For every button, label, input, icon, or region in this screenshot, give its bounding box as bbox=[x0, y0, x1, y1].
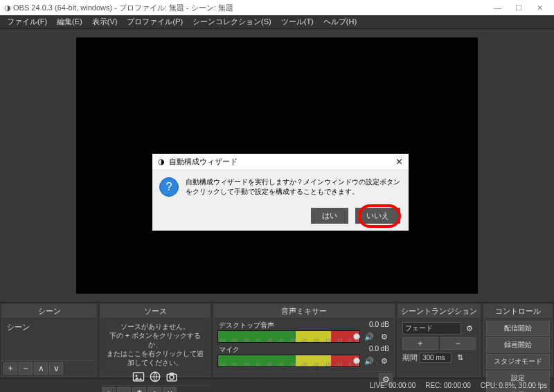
studio-mode-button[interactable]: スタジオモード bbox=[486, 354, 550, 369]
scenes-header: シーン bbox=[2, 305, 96, 319]
source-down-button[interactable]: ∨ bbox=[163, 387, 177, 392]
close-button[interactable]: ✕ bbox=[529, 3, 550, 12]
start-streaming-button[interactable]: 配信開始 bbox=[486, 321, 550, 336]
svg-point-4 bbox=[170, 375, 174, 380]
audio-mixer-panel: 音声ミキサー デスクトップ音声 0.0 dB -60-55-50-45-40-3… bbox=[213, 304, 395, 377]
speaker-icon[interactable]: 🔊 bbox=[363, 357, 375, 366]
dialog-yes-button[interactable]: はい bbox=[311, 208, 348, 224]
sources-hint-icons bbox=[102, 371, 208, 383]
menu-view[interactable]: 表示(V) bbox=[88, 15, 122, 28]
mixer-track-level: 0.0 dB bbox=[369, 321, 389, 330]
add-scene-button[interactable]: + bbox=[3, 362, 17, 375]
sources-header: ソース bbox=[100, 305, 210, 319]
menu-tools[interactable]: ツール(T) bbox=[277, 15, 318, 28]
transitions-panel: シーントランジション フェード ⚙ + − 期間 ⇅ bbox=[397, 304, 481, 377]
question-icon: ? bbox=[159, 177, 179, 197]
dialog-no-button[interactable]: いいえ bbox=[355, 208, 400, 224]
menu-file[interactable]: ファイル(F) bbox=[3, 15, 51, 28]
scene-item[interactable]: シーン bbox=[4, 321, 94, 334]
mixer-header: 音声ミキサー bbox=[214, 305, 394, 319]
duration-input[interactable] bbox=[420, 353, 452, 363]
menu-profile[interactable]: プロファイル(P) bbox=[123, 15, 187, 28]
window-titlebar: ◑ OBS 24.0.3 (64-bit, windows) - プロファイル:… bbox=[0, 0, 554, 15]
scene-up-button[interactable]: ∧ bbox=[34, 362, 48, 375]
dialog-close-button[interactable]: ✕ bbox=[395, 157, 403, 167]
menu-help[interactable]: ヘルプ(H) bbox=[319, 15, 361, 28]
start-recording-button[interactable]: 録画開始 bbox=[486, 337, 550, 353]
duration-label: 期間 bbox=[402, 353, 418, 363]
status-cpu: CPU: 0.8%, 30.00 fps bbox=[481, 382, 547, 389]
svg-point-1 bbox=[136, 375, 138, 377]
transition-settings-icon[interactable]: ⚙ bbox=[463, 324, 476, 333]
controls-panel: コントロール 配信開始 録画開始 スタジオモード 設定 終了 bbox=[483, 304, 553, 377]
camera-icon bbox=[166, 371, 178, 383]
dialog-app-icon: ◑ bbox=[158, 157, 165, 166]
remove-transition-button[interactable]: − bbox=[440, 337, 476, 350]
menu-edit[interactable]: 編集(E) bbox=[53, 15, 87, 28]
remove-scene-button[interactable]: − bbox=[19, 362, 33, 375]
status-live: LIVE: 00:00:00 bbox=[370, 382, 416, 389]
scene-down-button[interactable]: ∨ bbox=[49, 362, 63, 375]
status-rec: REC: 00:00:00 bbox=[425, 382, 471, 389]
controls-header: コントロール bbox=[484, 305, 552, 319]
globe-icon bbox=[149, 371, 161, 383]
source-up-button[interactable]: ∧ bbox=[148, 387, 161, 392]
transition-select[interactable]: フェード bbox=[402, 322, 461, 335]
sources-empty-text: ソースがありません。 下の + ボタンをクリックするか、 またはここを右クリック… bbox=[102, 321, 208, 368]
duration-stepper-icon[interactable]: ⇅ bbox=[454, 353, 466, 362]
add-transition-button[interactable]: + bbox=[402, 337, 438, 350]
sources-panel: ソース ソースがありません。 下の + ボタンをクリックするか、 またはここを右… bbox=[100, 304, 211, 377]
speaker-icon[interactable]: 🔊 bbox=[363, 332, 375, 341]
source-properties-button[interactable]: ⚙ bbox=[132, 387, 146, 392]
scenes-panel: シーン シーン + − ∧ ∨ bbox=[1, 304, 97, 377]
track-settings-icon[interactable]: ⚙ bbox=[378, 357, 391, 366]
obs-logo-icon: ◑ bbox=[4, 3, 11, 12]
maximize-button[interactable]: ☐ bbox=[508, 3, 529, 12]
mixer-track-level: 0.0 dB bbox=[369, 345, 389, 355]
audio-meter[interactable]: -60-55-50-45-40-35-30-25-20-15-10-50 bbox=[217, 355, 360, 367]
image-icon bbox=[132, 371, 145, 383]
track-settings-icon[interactable]: ⚙ bbox=[378, 332, 391, 341]
dialog-message: 自動構成ウィザードを実行しますか？メインウィンドウの設定ボタンをクリックして手動… bbox=[186, 177, 400, 197]
minimize-button[interactable]: — bbox=[488, 3, 508, 12]
menubar: ファイル(F) 編集(E) 表示(V) プロファイル(P) シーンコレクション(… bbox=[0, 15, 554, 29]
mixer-track-name: マイク bbox=[219, 345, 240, 355]
svg-rect-5 bbox=[170, 373, 174, 374]
dialog-title-text: 自動構成ウィザード bbox=[169, 157, 238, 167]
bottom-panels: シーン シーン + − ∧ ∨ ソース ソースがありません。 下の + ボタンを… bbox=[0, 302, 554, 378]
remove-source-button[interactable]: − bbox=[117, 387, 131, 392]
add-source-button[interactable]: + bbox=[102, 387, 116, 392]
audio-meter[interactable]: -60-55-50-45-40-35-30-25-20-15-10-50 bbox=[217, 330, 360, 343]
menu-scene-collection[interactable]: シーンコレクション(S) bbox=[188, 15, 276, 28]
window-title: OBS 24.0.3 (64-bit, windows) - プロファイル: 無… bbox=[13, 3, 233, 13]
auto-config-wizard-dialog: ◑ 自動構成ウィザード ✕ ? 自動構成ウィザードを実行しますか？メインウィンド… bbox=[152, 154, 409, 231]
transitions-header: シーントランジション bbox=[398, 305, 480, 319]
mixer-track-name: デスクトップ音声 bbox=[219, 321, 274, 330]
